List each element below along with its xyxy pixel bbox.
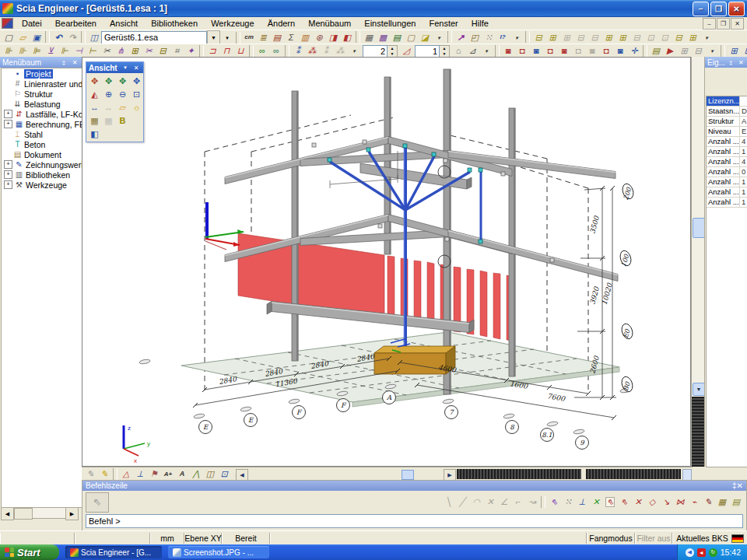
view-window-icon[interactable]: ⊞ bbox=[601, 31, 615, 44]
property-row[interactable]: Anzahl ... 0 bbox=[707, 167, 747, 177]
storeys-icon[interactable]: ▤ bbox=[270, 31, 284, 44]
pen-yellow-icon[interactable]: ✎ bbox=[97, 468, 111, 481]
clip-off-icon[interactable]: ▦ bbox=[102, 114, 115, 127]
caret-icon[interactable]: ▾ bbox=[700, 31, 714, 44]
member-tool-icon[interactable]: ✦ bbox=[184, 45, 198, 58]
sidebar-scrollbar[interactable]: ◀ ▶ bbox=[1, 507, 79, 519]
tree-stahl[interactable]: ⌶ Stahl bbox=[2, 129, 82, 139]
hinge-icon[interactable]: ✛ bbox=[627, 45, 641, 58]
text-plus-icon[interactable]: A+ bbox=[161, 468, 175, 481]
view-window-icon[interactable]: ⊞ bbox=[559, 31, 573, 44]
preview-icon[interactable]: ◰ bbox=[468, 31, 482, 44]
snap-green-icon[interactable]: ✕ bbox=[589, 496, 603, 509]
task-scia[interactable]: Scia Engineer - [G... bbox=[65, 546, 162, 558]
scroll-right-icon[interactable]: ▶ bbox=[65, 507, 79, 520]
picture-icon[interactable]: ▢ bbox=[404, 31, 418, 44]
whatis-icon[interactable]: I? bbox=[496, 31, 510, 44]
menu-fenster[interactable]: Fenster bbox=[423, 18, 463, 29]
light-icon[interactable]: ☼ bbox=[130, 101, 143, 114]
property-row[interactable]: Anzahl ... 1 bbox=[707, 147, 747, 157]
tree-projekt[interactable]: ▪ Projekt bbox=[2, 68, 82, 79]
calc-run-icon[interactable]: ▶ bbox=[663, 45, 677, 58]
member-tool-icon[interactable]: ⋔ bbox=[114, 45, 128, 58]
scroll-right-icon[interactable]: ▶ bbox=[444, 469, 456, 481]
combobox-dropdown-icon[interactable]: ▼ bbox=[207, 30, 220, 45]
view-front-icon[interactable]: ✥ bbox=[88, 75, 101, 87]
tree-berechnung[interactable]: + ▦ Berechnung, FE-N bbox=[2, 119, 82, 129]
project-combobox[interactable]: Gerüst6.1.esa ▼ bbox=[101, 31, 220, 44]
document-icon[interactable] bbox=[2, 18, 13, 29]
property-row[interactable]: Lizenzn... bbox=[707, 96, 747, 107]
link-icon[interactable]: ∞ bbox=[255, 45, 269, 58]
close-icon[interactable]: ✕ bbox=[737, 58, 745, 67]
property-row[interactable]: Struktur A bbox=[707, 117, 747, 127]
member-tool-icon[interactable]: ⊻ bbox=[44, 45, 58, 58]
support-icon[interactable]: ◙ bbox=[585, 45, 599, 58]
scroll-left-icon[interactable]: ◀ bbox=[1, 507, 14, 520]
units-icon[interactable]: cm bbox=[242, 31, 256, 44]
spinner-down-icon[interactable]: ▼ bbox=[440, 51, 449, 57]
view-window-icon[interactable]: ⊞ bbox=[615, 31, 630, 44]
view-window-icon[interactable]: ⊟ bbox=[672, 31, 686, 44]
support-icon[interactable]: ◘ bbox=[571, 45, 585, 58]
support-icon[interactable]: ◙ bbox=[501, 45, 515, 58]
command-input[interactable]: Befehl > bbox=[86, 514, 743, 528]
pen-gray-icon[interactable]: ✎ bbox=[83, 468, 97, 481]
vscrollbar-thumb[interactable] bbox=[693, 218, 705, 238]
member-tool-icon[interactable]: ⊪ bbox=[2, 45, 16, 58]
chevron-down-icon[interactable]: ▼ bbox=[121, 64, 130, 72]
task-screenshot[interactable]: Screenshot.JPG - ... bbox=[168, 546, 269, 558]
axo-icon[interactable]: ◭ bbox=[88, 88, 101, 100]
view-axo-icon[interactable]: ✥ bbox=[130, 75, 143, 87]
doc-new-icon[interactable]: ◪ bbox=[418, 31, 432, 44]
tray-app-icon-red[interactable]: ◄ bbox=[697, 548, 706, 557]
ruler-icon[interactable]: ▦ bbox=[715, 496, 729, 509]
menu-einstellungen[interactable]: Einstellungen bbox=[359, 18, 421, 29]
pin-icon[interactable]: ‡ bbox=[59, 58, 68, 67]
corner-icon[interactable]: ◿ bbox=[399, 45, 413, 58]
calc-icon[interactable]: ⊟ bbox=[691, 45, 705, 58]
caret-icon[interactable]: ▾ bbox=[510, 31, 524, 44]
mdi-restore-button[interactable]: ❐ bbox=[717, 18, 730, 30]
flag-icon[interactable]: ⚑ bbox=[147, 468, 161, 481]
cross-tool-icon[interactable]: ✕ bbox=[483, 496, 497, 509]
calc-icon[interactable]: ⊞ bbox=[677, 45, 691, 58]
property-row[interactable]: Anzahl ... 1 bbox=[707, 198, 747, 208]
view-window-icon[interactable]: ⊟ bbox=[573, 31, 587, 44]
copy-tool-icon[interactable]: ⁑ bbox=[291, 45, 305, 58]
snap-perp-icon[interactable]: ⌁ bbox=[687, 496, 701, 509]
member-tool-icon[interactable]: ⊪ bbox=[16, 45, 30, 58]
corner-tool-icon[interactable]: ⌐ bbox=[511, 496, 525, 509]
ucs-indicator[interactable]: Aktuelles BKS bbox=[672, 533, 747, 544]
new-icon[interactable]: ▢ bbox=[2, 31, 16, 44]
menu-hilfe[interactable]: Hilfe bbox=[466, 18, 494, 29]
support-icon[interactable]: ◘ bbox=[543, 45, 557, 58]
spinner-up-icon[interactable]: ▲ bbox=[440, 46, 449, 51]
view-window-icon[interactable]: ⊞ bbox=[545, 31, 559, 44]
copy-tool-icon[interactable]: ⁑ bbox=[319, 45, 333, 58]
pin-icon[interactable]: ‡ bbox=[727, 58, 735, 67]
snap-point-icon[interactable]: ⇖ bbox=[617, 496, 631, 509]
window-arrange-icon[interactable]: ⊟ bbox=[741, 45, 747, 58]
link-icon[interactable]: ∞ bbox=[269, 45, 283, 58]
cursor-snap-icon[interactable]: ⇖ bbox=[547, 496, 561, 509]
tree-belastung[interactable]: ⇊ Belastung bbox=[2, 99, 82, 109]
view-window-icon[interactable]: ⊡ bbox=[658, 31, 672, 44]
menu-aendern[interactable]: Ändern bbox=[262, 18, 300, 29]
member-tool-icon[interactable]: ⊣ bbox=[72, 45, 86, 58]
scroll-down-icon[interactable]: ▼ bbox=[693, 383, 705, 396]
support-icon[interactable]: ◘ bbox=[515, 45, 529, 58]
member-tool-icon[interactable]: ⊟ bbox=[156, 45, 170, 58]
property-row[interactable]: Niveau E bbox=[707, 127, 747, 137]
member-tool-icon[interactable]: ⊢ bbox=[86, 45, 100, 58]
connect-icon[interactable]: ⊓ bbox=[219, 45, 233, 58]
property-row[interactable]: Anzahl ... 1 bbox=[707, 177, 747, 187]
tree-dokument[interactable]: ▤ Dokument bbox=[2, 149, 82, 159]
support-icon[interactable]: ◙ bbox=[557, 45, 571, 58]
caret-icon[interactable]: ▾ bbox=[432, 31, 446, 44]
section-icon[interactable]: ◫ bbox=[203, 468, 217, 481]
spinner-down-icon[interactable]: ▼ bbox=[388, 51, 397, 57]
collapsed-toolbar-vertical[interactable] bbox=[692, 397, 704, 467]
expand-icon[interactable]: + bbox=[4, 160, 12, 169]
report-icon[interactable]: ▥ bbox=[298, 31, 312, 44]
